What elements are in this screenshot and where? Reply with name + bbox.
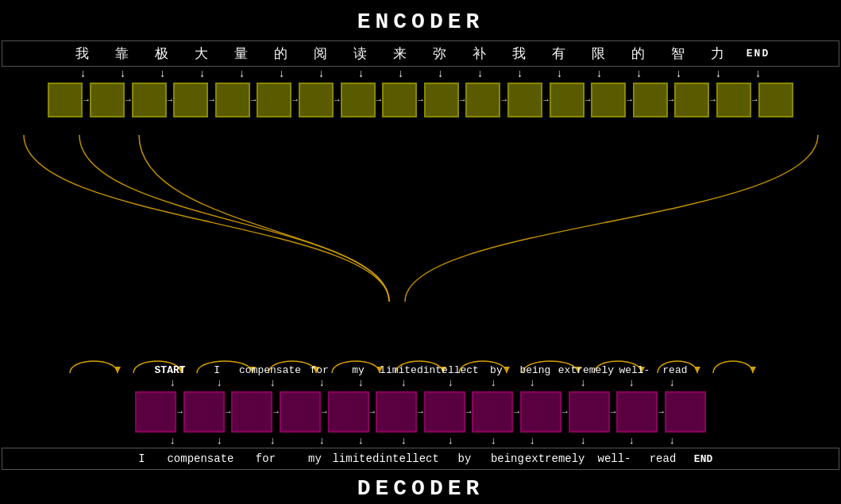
enc-box-2: [132, 83, 167, 117]
main-container: ENCODER 我 靠 极 大 量 的 阅 读 来 弥 补 我 有 限 的 智 …: [0, 0, 841, 504]
dec-in-9: well-: [615, 364, 654, 376]
enc-arrow-1: →: [125, 95, 131, 105]
dec-out-7: being: [490, 452, 525, 465]
dec-in-6: by: [479, 364, 514, 376]
enc-box-17: [758, 83, 793, 117]
dec-arrow-0: →: [177, 407, 183, 417]
enc-token-4: 量: [222, 44, 262, 63]
dec-arrow-4: →: [370, 407, 376, 417]
dec-arrow-7: →: [514, 407, 519, 417]
enc-token-14: 的: [619, 44, 659, 63]
dec-box-7: [472, 391, 513, 433]
enc-token-end: END: [739, 48, 778, 60]
dec-in-4: limited: [380, 364, 423, 376]
enc-token-16: 力: [699, 44, 739, 63]
dec-box-3: [280, 391, 321, 433]
enc-box-15: [674, 83, 709, 117]
decoder-label: DECODER: [0, 470, 841, 504]
enc-arrow-7: →: [376, 95, 382, 105]
encoder-label: ENCODER: [0, 0, 841, 40]
dec-box-2: [231, 391, 272, 433]
dec-arrow-10: →: [658, 407, 664, 417]
enc-token-3: 大: [183, 44, 222, 63]
dec-in-1: compensate: [238, 364, 302, 376]
dec-in-start: START: [145, 364, 195, 376]
enc-token-13: 限: [580, 44, 619, 63]
dec-arrow-1: →: [226, 407, 231, 417]
enc-arrow-8: →: [418, 95, 423, 105]
encoder-boxes-row: → → → → → → → → → → → → → →: [0, 81, 841, 119]
enc-token-5: 的: [262, 44, 302, 63]
enc-box-0: [48, 83, 83, 117]
dec-out-0: I: [116, 452, 167, 465]
dec-box-9: [569, 391, 610, 433]
dec-out-3: my: [297, 452, 332, 465]
dec-out-6: by: [439, 452, 490, 465]
enc-box-12: [550, 83, 584, 117]
dec-arrow-9: →: [611, 407, 616, 417]
dec-out-end: END: [682, 453, 725, 465]
enc-token-0: 我: [64, 44, 103, 63]
enc-token-11: 我: [500, 44, 540, 63]
enc-box-6: [299, 83, 334, 117]
enc-arrow-4: →: [251, 95, 257, 105]
enc-token-8: 来: [381, 44, 421, 63]
enc-arrow-16: →: [752, 95, 758, 105]
enc-arrow-13: →: [627, 95, 632, 105]
dec-out-2: for: [233, 452, 297, 465]
dec-arrow-6: →: [466, 407, 472, 417]
enc-token-7: 读: [341, 44, 381, 63]
enc-box-13: [591, 83, 626, 117]
enc-box-7: [341, 83, 376, 117]
dec-in-10: read: [654, 364, 696, 376]
dec-down-arrows: ↓ ↓ ↓ ↓ ↓ ↓ ↓ ↓ ↓ ↓ ↓ ↓: [0, 376, 841, 390]
dec-box-0: [135, 391, 176, 433]
dec-box-4: [328, 391, 369, 433]
enc-arrow-15: →: [710, 95, 716, 105]
dec-in-7: being: [514, 364, 557, 376]
enc-arrow-2: →: [168, 95, 173, 105]
enc-token-9: 弥: [421, 44, 461, 63]
dec-box-8: [520, 391, 561, 433]
dec-out-10: read: [644, 452, 682, 465]
dec-in-0: I: [195, 364, 238, 376]
enc-arrow-11: →: [543, 95, 549, 105]
dec-out-arrows: ↓ ↓ ↓ ↓ ↓ ↓ ↓ ↓ ↓ ↓ ↓ ↓: [0, 434, 841, 448]
dec-in-5: intellect: [423, 364, 479, 376]
dec-out-1: compensate: [167, 452, 233, 465]
enc-arrow-14: →: [669, 95, 674, 105]
dec-arrow-8: →: [562, 407, 568, 417]
enc-token-2: 极: [143, 44, 183, 63]
dec-arrow-3: →: [322, 407, 327, 417]
enc-arrow-0: →: [83, 95, 89, 105]
enc-arrow-9: →: [460, 95, 465, 105]
encoder-section: ENCODER 我 靠 极 大 量 的 阅 读 来 弥 补 我 有 限 的 智 …: [0, 0, 841, 119]
enc-box-3: [173, 83, 208, 117]
enc-token-1: 靠: [103, 44, 143, 63]
dec-in-2: for: [302, 364, 337, 376]
enc-token-15: 智: [659, 44, 699, 63]
dec-in-3: my: [337, 364, 380, 376]
dec-out-9: well-: [585, 452, 644, 465]
enc-box-8: [382, 83, 417, 117]
decoder-section: START I compensate for my limited intell…: [0, 361, 841, 504]
decoder-boxes-row: → → → → → → → → → → →: [0, 390, 841, 434]
dec-out-8: extremely: [525, 452, 585, 465]
dec-box-6: [424, 391, 465, 433]
dec-arrow-5: →: [418, 407, 423, 417]
decoder-output-row: I compensate for my limited intellect by…: [2, 448, 839, 470]
enc-arrow-12: →: [585, 95, 591, 105]
enc-box-14: [633, 83, 668, 117]
dec-arrow-2: →: [273, 407, 279, 417]
decoder-input-row: START I compensate for my limited intell…: [0, 364, 841, 376]
enc-box-11: [507, 83, 542, 117]
enc-box-4: [215, 83, 250, 117]
enc-down-arrows: ↓ ↓ ↓ ↓ ↓ ↓ ↓ ↓ ↓ ↓ ↓ ↓ ↓ ↓ ↓ ↓ ↓ ↓: [0, 67, 841, 81]
enc-arrow-10: →: [501, 95, 507, 105]
enc-arrow-5: →: [292, 95, 298, 105]
dec-out-4: limited: [332, 452, 379, 465]
enc-box-5: [257, 83, 291, 117]
dec-box-10: [616, 391, 658, 433]
dec-box-11: [665, 391, 706, 433]
enc-box-9: [424, 83, 459, 117]
